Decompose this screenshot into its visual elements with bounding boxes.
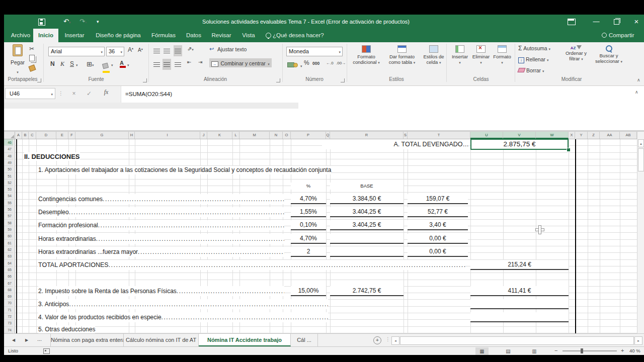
cancel-formula-icon[interactable]: × xyxy=(67,88,80,99)
deduction-row-pct[interactable]: 4,70% xyxy=(291,194,326,204)
align-center-icon[interactable] xyxy=(163,59,171,70)
column-header-E[interactable]: E xyxy=(56,132,68,139)
underline-button[interactable]: S xyxy=(70,60,74,67)
normal-view-icon[interactable]: ▦ xyxy=(475,347,489,355)
row-header-47[interactable]: 47 xyxy=(4,146,13,152)
font-dialog-launcher-icon[interactable] xyxy=(143,78,147,82)
delete-cells-button[interactable]: × Eliminar▾ xyxy=(471,45,491,65)
row-header-55[interactable]: 55 xyxy=(4,200,13,206)
tab-vista[interactable]: Vista xyxy=(236,29,261,42)
column-header-P[interactable]: P xyxy=(291,132,326,139)
align-top-icon[interactable] xyxy=(153,46,160,55)
deduction-row-base[interactable]: 3.384,50 € xyxy=(330,194,404,204)
deduction-row-label[interactable]: Contingencias comunes...................… xyxy=(38,194,284,204)
tell-me-box[interactable]: ¿Qué desea hacer? xyxy=(273,29,328,42)
underline-dropdown-icon[interactable]: ▾ xyxy=(76,63,78,67)
select-all-corner[interactable] xyxy=(4,132,15,139)
autosum-button[interactable]: Σ Autosuma ▾ xyxy=(518,44,550,53)
row-header-54[interactable]: 54 xyxy=(4,193,13,199)
decrease-decimal-icon[interactable]: .00→ xyxy=(336,61,346,65)
zoom-in-icon[interactable]: + xyxy=(621,347,624,353)
anticipos-value-cell[interactable] xyxy=(470,299,569,309)
row-header-58[interactable]: 58 xyxy=(4,220,13,226)
font-name-combo[interactable]: Arial ▾ xyxy=(48,47,105,56)
bold-button[interactable]: N xyxy=(50,60,55,67)
row-header-70[interactable]: 70 xyxy=(4,300,13,306)
increase-indent-icon[interactable]: ⇥ xyxy=(198,59,202,65)
scroll-up-icon[interactable]: ▲ xyxy=(638,139,644,147)
irpf-label-cell[interactable]: 2. Impuesto sobre la Renta de las Person… xyxy=(38,286,284,296)
zoom-out-icon[interactable]: − xyxy=(554,347,557,353)
pct-header-cell[interactable]: % xyxy=(291,183,326,190)
deduction-row-label[interactable]: Formación profesional...................… xyxy=(38,220,284,230)
number-format-combo[interactable]: Moneda ▾ xyxy=(286,47,343,56)
deduction-row-amount[interactable]: 0,00 € xyxy=(408,247,468,257)
deduction-row-pct[interactable]: 2 xyxy=(291,247,326,257)
row-header-62[interactable]: 62 xyxy=(4,246,13,253)
row-header-51[interactable]: 51 xyxy=(4,173,13,179)
deduction-row-label[interactable]: Horas extraordinarias ...fuerza mayor...… xyxy=(38,247,284,257)
row-header-49[interactable]: 49 xyxy=(4,159,13,166)
total-aportaciones-label-cell[interactable]: TOTAL APORTACIONES......................… xyxy=(38,260,465,270)
font-color-icon[interactable]: A xyxy=(120,60,126,68)
tab-archivo[interactable]: Archivo xyxy=(8,29,33,42)
page-layout-view-icon[interactable]: ▤ xyxy=(502,347,515,355)
selected-cell-u46[interactable]: 2.875,75 € xyxy=(470,139,569,150)
column-header-A[interactable]: A xyxy=(15,132,22,139)
deduction-row-amount[interactable]: 52,77 € xyxy=(408,207,468,217)
cut-icon[interactable]: ✂ xyxy=(29,45,34,52)
tab-revisar[interactable]: Revisar xyxy=(206,29,236,42)
deduction-row-amount[interactable]: 0,00 € xyxy=(408,234,468,244)
fill-color-dropdown-icon[interactable]: ▾ xyxy=(111,63,113,67)
sort-filter-button[interactable]: AZ Ordenar y filtrar ▾ xyxy=(561,45,591,62)
insert-cells-button[interactable]: Insertar▾ xyxy=(450,45,470,65)
column-header-K[interactable]: K xyxy=(207,132,232,139)
base-header-cell[interactable]: BASE xyxy=(330,183,404,190)
fill-button[interactable]: ↓ Rellenar ▾ xyxy=(518,55,548,64)
deduction-row-base[interactable]: 3.404,25 € xyxy=(330,207,404,217)
sheet-next-icon[interactable]: ▶ xyxy=(25,338,28,342)
deduction-row-label[interactable]: Horas extraordinarias ..................… xyxy=(38,234,284,244)
otras-label-cell[interactable]: 5. Otras deducciones xyxy=(38,325,95,333)
row-header-65[interactable]: 65 xyxy=(4,266,13,273)
row-header-46[interactable]: 46 xyxy=(4,139,13,146)
comma-style-icon[interactable]: 000 xyxy=(312,61,319,66)
sheet-tab-nomina-it-accidente[interactable]: Nómina IT Accidente trabajo xyxy=(199,334,291,346)
increase-decimal-icon[interactable]: ←.0 xyxy=(326,61,334,65)
deducciones-title-cell[interactable]: II. DEDUCCIONES xyxy=(24,152,80,161)
sheet-prev-icon[interactable]: ◀ xyxy=(12,338,15,342)
minimize-button[interactable]: — xyxy=(589,15,604,29)
align-left-icon[interactable] xyxy=(153,60,160,69)
column-header-L[interactable]: L xyxy=(232,132,239,139)
column-header-O[interactable]: O xyxy=(283,132,291,139)
column-header-V[interactable]: V xyxy=(503,132,536,139)
expand-formula-bar-icon[interactable]: ∧ xyxy=(635,89,638,95)
worksheet-grid[interactable]: A. TOTAL DEVENGADO… II. DEDUCCIONES 1. A… xyxy=(15,139,637,333)
font-color-dropdown-icon[interactable]: ▾ xyxy=(127,63,129,67)
row-header-48[interactable]: 48 xyxy=(4,153,13,159)
copy-icon[interactable] xyxy=(29,54,35,63)
row-header-71[interactable]: 71 xyxy=(4,307,13,313)
row-header-69[interactable]: 69 xyxy=(4,293,13,300)
sheet-tab-calculo-nomina-it-at[interactable]: Cálculo nómina con IT de AT xyxy=(124,334,199,346)
sheet-tab-overflow[interactable]: ... xyxy=(37,336,42,342)
merge-center-button[interactable]: ↔ Combinar y centrar ▾ xyxy=(209,58,272,67)
page-break-view-icon[interactable]: ▥ xyxy=(528,347,541,355)
undo-button[interactable]: ↶▾ xyxy=(63,15,70,30)
deduction-row-pct[interactable]: 4,70% xyxy=(291,234,326,244)
formula-input[interactable]: =SUMA(O20:S44) xyxy=(121,86,644,103)
row-header-56[interactable]: 56 xyxy=(4,206,13,213)
tab-insertar[interactable]: Insertar xyxy=(58,29,91,42)
orientation-icon[interactable]: ⇗▾ xyxy=(187,46,194,52)
column-header-H[interactable]: H xyxy=(129,132,135,139)
aportaciones-title-cell[interactable]: 1. Aportaciones del trabajador a las cot… xyxy=(38,166,331,174)
row-header-63[interactable]: 63 xyxy=(4,253,13,259)
new-sheet-icon[interactable]: + xyxy=(373,336,381,344)
column-header-G[interactable]: G xyxy=(75,132,129,139)
column-header-R[interactable]: R xyxy=(330,132,404,139)
column-header-D[interactable]: D xyxy=(36,132,56,139)
font-size-combo[interactable]: 36 ▾ xyxy=(106,47,124,56)
qat-customize-icon[interactable]: ▾ xyxy=(97,15,99,29)
zoom-level[interactable]: 40 % xyxy=(629,348,640,353)
column-header-AB[interactable]: AB xyxy=(620,132,637,139)
